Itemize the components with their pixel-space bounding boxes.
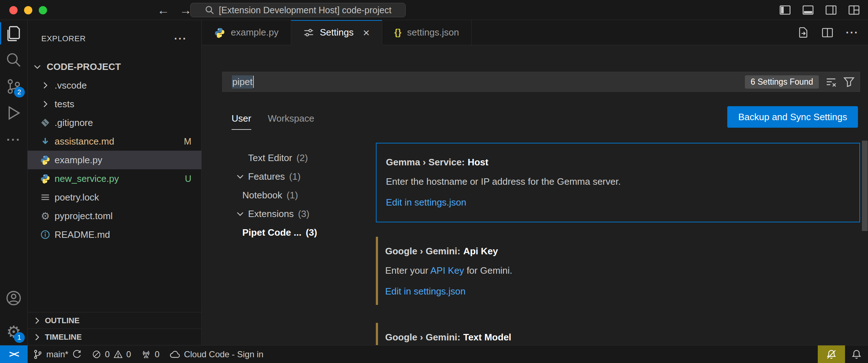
toc-label: Extensions — [248, 208, 294, 220]
do-not-disturb-status[interactable] — [818, 345, 845, 363]
activity-explorer[interactable] — [0, 20, 28, 47]
minimize-window-button[interactable] — [24, 6, 32, 14]
git-status-badge: U — [185, 174, 201, 184]
toc-features[interactable]: Features (1) — [222, 167, 376, 186]
tab-settings[interactable]: Settings × — [291, 20, 382, 45]
bell-slash-icon — [826, 349, 837, 360]
open-settings-json-icon[interactable] — [797, 27, 809, 39]
status-bar-right — [818, 345, 868, 363]
setting-google-gemini-api-key[interactable]: Google › Gemini:Api Key Enter your API K… — [376, 233, 860, 308]
setting-category: Google › Gemini: — [385, 332, 460, 343]
close-tab-icon[interactable]: × — [363, 27, 370, 38]
cloud-code-status[interactable]: Cloud Code - Sign in — [164, 345, 268, 363]
toc-extensions[interactable]: Extensions (3) — [222, 204, 376, 223]
setting-category: Google › Gemini: — [385, 246, 460, 256]
go-forward-button[interactable]: → — [179, 4, 192, 16]
settings-badge: 1 — [14, 332, 25, 343]
chevron-down-icon — [235, 209, 248, 219]
file-pyproject-toml[interactable]: ⚙ pyproject.toml — [28, 207, 201, 225]
file-example-py[interactable]: example.py — [28, 151, 201, 169]
folder-code-project[interactable]: CODE-PROJECT — [28, 57, 201, 76]
file-label: new_service.py — [55, 173, 119, 184]
remote-indicator[interactable]: >< — [0, 345, 28, 363]
notifications-bell[interactable] — [845, 345, 868, 363]
activity-settings[interactable]: ⚙ 1 — [0, 319, 28, 345]
edit-in-settings-json-link[interactable]: Edit in settings.json — [385, 285, 466, 298]
setting-gemma-service-host[interactable]: ⚙ Gemma › Service:Host Enter the hostnam… — [376, 143, 860, 222]
explorer-more-actions-icon[interactable]: ··· — [174, 33, 187, 45]
search-icon — [5, 52, 22, 68]
filter-settings-icon[interactable] — [843, 76, 855, 88]
toc-text-editor[interactable]: Text Editor (2) — [222, 148, 376, 167]
python-file-icon — [214, 27, 225, 38]
activity-additional-views[interactable]: ··· — [0, 126, 28, 153]
toggle-secondary-sidebar-icon[interactable] — [825, 4, 837, 16]
file-gitignore[interactable]: .gitignore — [28, 113, 201, 132]
customize-layout-icon[interactable] — [848, 4, 860, 16]
activity-source-control[interactable]: 2 — [0, 73, 28, 100]
activity-accounts[interactable] — [0, 285, 28, 311]
more-views-icon: ··· — [6, 133, 21, 146]
setting-label: Api Key — [463, 246, 498, 256]
settings-toc: Text Editor (2) Features (1) Notebook (1… — [222, 148, 376, 242]
python-file-icon — [39, 174, 51, 184]
file-readme-md[interactable]: README.md — [28, 225, 201, 244]
zoom-window-button[interactable] — [39, 6, 47, 14]
tab-workspace-settings[interactable]: Workspace — [268, 113, 314, 130]
explorer-title: EXPLORER — [41, 34, 86, 43]
file-new-service-py[interactable]: new_service.py U — [28, 169, 201, 188]
more-editor-actions-icon[interactable]: ··· — [846, 27, 859, 38]
file-assistance-md[interactable]: assistance.md M — [28, 132, 201, 151]
close-window-button[interactable] — [9, 6, 18, 14]
split-editor-icon[interactable] — [821, 27, 834, 39]
file-label: example.py — [55, 155, 102, 166]
toggle-panel-icon[interactable] — [802, 4, 814, 16]
file-label: README.md — [55, 229, 110, 240]
problems-status[interactable]: 0 0 — [87, 345, 136, 363]
modified-indicator — [376, 237, 378, 305]
folder-tests[interactable]: tests — [28, 95, 201, 113]
setting-description: Enter your API Key for Gemini. — [385, 264, 851, 277]
folder-vscode[interactable]: .vscode — [28, 76, 201, 95]
tab-settings-json[interactable]: {} settings.json — [382, 20, 472, 45]
branch-status[interactable]: main* — [28, 345, 87, 363]
info-file-icon — [39, 230, 51, 240]
file-label: assistance.md — [55, 136, 114, 147]
section-timeline[interactable]: TIMELINE — [28, 329, 201, 345]
toc-pipet-code[interactable]: Pipet Code ... (3) — [222, 223, 376, 242]
clear-settings-search-icon[interactable] — [825, 76, 837, 88]
file-poetry-lock[interactable]: poetry.lock — [28, 188, 201, 207]
section-outline[interactable]: OUTLINE — [28, 312, 201, 329]
run-debug-icon — [6, 105, 22, 121]
timeline-label: TIMELINE — [45, 333, 82, 342]
settings-scrollbar[interactable] — [862, 141, 868, 231]
tab-label: Settings — [320, 27, 354, 38]
toc-label: Features — [248, 171, 285, 182]
api-key-link[interactable]: API Key — [430, 265, 464, 276]
settings-search-input[interactable]: pipet 6 Settings Found — [222, 72, 860, 92]
warnings-icon — [113, 350, 123, 359]
history-navigation: ← → — [157, 0, 192, 20]
toc-notebook[interactable]: Notebook (1) — [222, 186, 376, 204]
setting-category: Gemma › Service: — [386, 157, 465, 168]
chevron-right-icon — [39, 99, 51, 109]
explorer-sidebar: EXPLORER ··· CODE-PROJECT .vscode test — [28, 20, 202, 345]
ports-status[interactable]: 0 — [136, 345, 164, 363]
search-icon — [205, 5, 215, 15]
vscode-window: ← → [Extension Development Host] code-pr… — [0, 0, 868, 363]
tab-user-settings[interactable]: User — [232, 113, 251, 130]
setting-label: Text Model — [463, 332, 511, 343]
activity-run-debug[interactable] — [0, 100, 28, 126]
tab-label: settings.json — [407, 27, 459, 38]
edit-in-settings-json-link[interactable]: Edit in settings.json — [386, 196, 466, 209]
setting-label: Host — [468, 157, 489, 168]
tab-example-py[interactable]: example.py — [202, 20, 291, 45]
git-file-icon — [39, 118, 51, 128]
setting-google-gemini-text-model[interactable]: Google › Gemini:Text Model — [376, 319, 860, 345]
toggle-primary-sidebar-icon[interactable] — [779, 4, 791, 16]
go-back-button[interactable]: ← — [157, 4, 169, 16]
activity-search[interactable] — [0, 47, 28, 73]
backup-sync-settings-button[interactable]: Backup and Sync Settings — [727, 106, 858, 128]
command-center[interactable]: [Extension Development Host] code-projec… — [190, 3, 406, 17]
chevron-down-icon — [235, 171, 248, 182]
